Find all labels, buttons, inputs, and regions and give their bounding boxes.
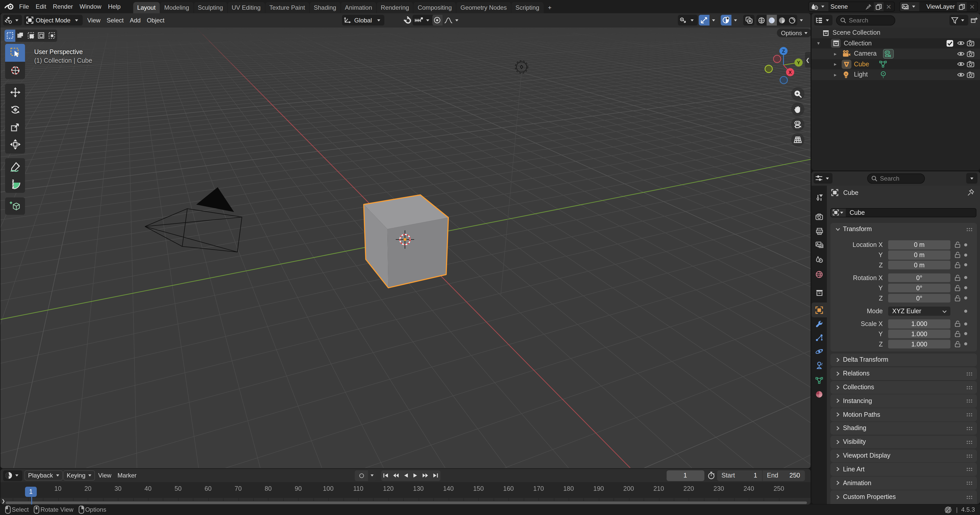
svg-text:Y: Y	[797, 60, 800, 65]
svg-text:X: X	[789, 70, 792, 75]
svg-text:Z: Z	[782, 48, 785, 54]
